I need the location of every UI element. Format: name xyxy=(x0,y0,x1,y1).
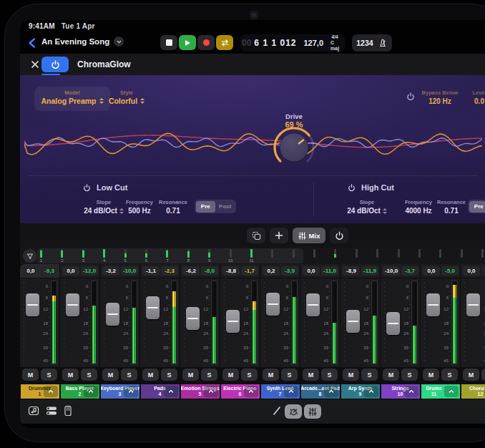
track-name-cell[interactable]: Chorus V 12 xyxy=(461,384,485,399)
pre-button[interactable]: Pre xyxy=(469,201,485,213)
high-cut-resonance[interactable]: Resonance 0.71 xyxy=(437,199,466,215)
channel-volume-value[interactable]: 0,2 xyxy=(263,266,280,276)
channel-volume-value[interactable]: -8,9 xyxy=(343,266,360,276)
high-cut-frequency[interactable]: Frequency 4000 Hz xyxy=(400,199,437,215)
fader-handle[interactable] xyxy=(106,303,119,326)
solo-button[interactable]: S xyxy=(41,369,57,381)
stop-button[interactable] xyxy=(160,35,177,50)
channel-volume-value[interactable]: 0,0 xyxy=(303,266,320,276)
channel-volume-value[interactable]: 0,0 xyxy=(463,266,480,276)
mute-button[interactable]: M xyxy=(102,369,119,381)
mute-button[interactable]: M xyxy=(463,369,479,381)
track-name-cell[interactable]: Electric Piano 6 xyxy=(221,384,260,399)
mute-button[interactable]: M xyxy=(383,369,399,381)
track-name-cell[interactable]: Synth Lead 7 xyxy=(261,384,300,399)
mute-button[interactable]: M xyxy=(423,369,439,381)
solo-button[interactable]: S xyxy=(121,369,137,381)
track-name-cell[interactable]: Keyboard Player 3 xyxy=(101,384,139,399)
cycle-button[interactable] xyxy=(216,35,233,50)
channel-volume-value[interactable]: -6,2 xyxy=(182,266,200,276)
low-cut-resonance[interactable]: Resonance 0.71 xyxy=(157,199,189,215)
track-name-cell[interactable]: Pads 4 xyxy=(141,384,180,399)
back-icon[interactable] xyxy=(27,37,36,49)
channel-volume-value[interactable]: 0,0 xyxy=(423,266,440,276)
mix-toggle-button[interactable]: Mix xyxy=(293,228,325,243)
high-cut-power-icon[interactable] xyxy=(348,184,356,192)
solo-button[interactable]: S xyxy=(401,369,418,381)
channel-volume-value[interactable]: -1,1 xyxy=(142,266,160,276)
duplicate-button[interactable] xyxy=(247,228,265,243)
collapse-plugin-button[interactable] xyxy=(284,386,298,397)
collapse-plugin-button[interactable] xyxy=(364,386,378,397)
low-cut-power-icon[interactable] xyxy=(83,184,91,192)
metronome-icon[interactable] xyxy=(378,38,388,48)
solo-button[interactable]: S xyxy=(321,369,338,381)
collapse-plugin-button[interactable] xyxy=(324,386,338,397)
fader-handle[interactable] xyxy=(266,293,280,316)
high-cut-slope[interactable]: Slope 24 dB/Oct xyxy=(344,199,390,215)
fader-handle[interactable] xyxy=(186,307,200,330)
post-button[interactable]: Post xyxy=(215,201,235,213)
count-in-button[interactable]: 1234 xyxy=(356,39,373,47)
mute-button[interactable]: M xyxy=(182,369,199,381)
mixer-power-button[interactable] xyxy=(330,228,348,243)
channel-volume-value[interactable]: -3,2 xyxy=(102,266,119,276)
solo-button[interactable]: S xyxy=(161,369,177,381)
collapse-plugin-button[interactable] xyxy=(164,386,178,397)
faders-view-button[interactable] xyxy=(304,404,321,419)
track-name-cell[interactable]: Bass Player 2 xyxy=(61,384,99,399)
solo-button[interactable]: S xyxy=(281,369,298,381)
model-selector[interactable]: Model Analog Preamp xyxy=(34,87,110,111)
browser-loops-icon[interactable] xyxy=(28,405,39,417)
tracks-view-icon[interactable] xyxy=(46,405,57,417)
fader-handle[interactable] xyxy=(66,293,79,316)
play-surface-icon[interactable] xyxy=(63,405,73,417)
collapse-plugin-button[interactable] xyxy=(204,386,218,397)
channel-volume-value[interactable]: -8,8 xyxy=(222,266,240,276)
song-menu-button[interactable] xyxy=(114,36,124,47)
solo-button[interactable]: S xyxy=(241,369,258,381)
mute-button[interactable]: M xyxy=(263,369,279,381)
collapse-plugin-button[interactable] xyxy=(444,386,459,397)
track-name-cell[interactable]: Strings 10 xyxy=(381,384,420,399)
channel-volume-value[interactable]: 0,0 xyxy=(22,266,39,276)
pre-button[interactable]: Pre xyxy=(196,201,216,213)
collapse-plugin-button[interactable] xyxy=(404,386,418,397)
style-selector[interactable]: Style Colorful xyxy=(104,87,149,105)
track-name-cell[interactable]: Emotion Strings 5 xyxy=(181,384,220,399)
pencil-icon[interactable] xyxy=(272,405,282,417)
controls-view-button[interactable] xyxy=(285,404,302,419)
channel-volume-value[interactable]: 0,0 xyxy=(62,266,79,276)
record-button[interactable] xyxy=(197,35,215,50)
track-name-cell[interactable]: Arp Synth 9 xyxy=(341,384,380,399)
track-name-cell[interactable]: Arcade...eet Pad 8 xyxy=(301,384,340,399)
lcd-display[interactable]: 00 6 1 1 012 127,0 4/4C maj In OutMIDI xyxy=(240,34,345,52)
song-title[interactable]: An Evening Song xyxy=(41,36,124,47)
fader-handle[interactable] xyxy=(466,293,480,316)
level-control[interactable]: Level 0.0 xyxy=(458,89,485,105)
fader-handle[interactable] xyxy=(306,293,320,316)
close-icon[interactable] xyxy=(31,60,39,69)
mute-button[interactable]: M xyxy=(303,369,319,381)
bypass-below-control[interactable]: Bypass Below 120 Hz xyxy=(418,89,462,105)
mute-button[interactable]: M xyxy=(22,369,39,381)
fader-handle[interactable] xyxy=(426,293,440,316)
channel-volume-value[interactable]: -10,0 xyxy=(383,266,400,276)
filter-button[interactable] xyxy=(23,249,37,263)
low-cut-slope[interactable]: Slope 24 dB/Oct xyxy=(81,199,127,215)
fader-handle[interactable] xyxy=(346,310,360,333)
fader-handle[interactable] xyxy=(26,293,39,316)
track-name-cell[interactable]: Drummer 1 xyxy=(21,384,59,399)
solo-button[interactable]: S xyxy=(361,369,378,381)
collapse-plugin-button[interactable] xyxy=(124,386,138,397)
mute-button[interactable]: M xyxy=(62,369,79,381)
mute-button[interactable]: M xyxy=(142,369,159,381)
solo-button[interactable]: S xyxy=(201,369,217,381)
bypass-power-icon[interactable] xyxy=(406,92,415,101)
solo-button[interactable]: S xyxy=(481,369,485,381)
solo-button[interactable]: S xyxy=(81,369,97,381)
collapse-plugin-button[interactable] xyxy=(44,386,58,397)
fader-handle[interactable] xyxy=(386,312,400,335)
collapse-plugin-button[interactable] xyxy=(244,386,258,397)
drive-knob[interactable] xyxy=(271,125,317,170)
